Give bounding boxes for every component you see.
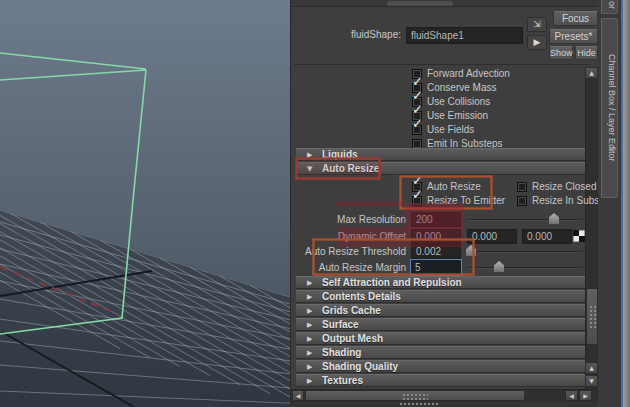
section-label: Output Mesh [322, 333, 383, 344]
margin-slider[interactable] [467, 267, 582, 269]
checkmark-icon: ✓ [412, 105, 423, 115]
texture-map-icon[interactable] [573, 230, 585, 242]
resize-grip-icon [399, 402, 439, 407]
checkmark-icon: ✓ [412, 190, 423, 200]
section-label: Liquids [322, 149, 358, 160]
section-collapsed-icon: ▶ [307, 320, 312, 330]
checkbox-resize-in-substeps[interactable] [517, 196, 527, 206]
horizontal-scrollbar-thumb[interactable] [305, 390, 525, 401]
presets-button[interactable]: Presets* [549, 29, 598, 44]
node-name-input[interactable] [406, 27, 523, 44]
section-contents-details[interactable]: ▶ Contents Details [296, 290, 585, 303]
scroll-up-button-bottom[interactable]: ▲ [585, 362, 598, 374]
field-label: Auto Resize Threshold [301, 245, 406, 259]
dynamic-offset-x-input[interactable] [411, 229, 461, 244]
section-collapsed-icon: ▶ [307, 376, 312, 386]
section-collapsed-icon: ▶ [307, 292, 312, 302]
checkbox-label: Use Emission [427, 109, 488, 123]
checkmark-icon: ✓ [412, 77, 423, 87]
tab-channel-box-layer-editor[interactable]: Channel Box / Layer Editor [601, 18, 618, 198]
attribute-editor-panel: fluidShape: ⇲ ▶ Focus Presets* Show Hide… [290, 0, 598, 407]
auto-resize-threshold-input[interactable] [411, 244, 461, 259]
threshold-slider[interactable] [467, 251, 582, 253]
section-label: Shading Quality [322, 361, 398, 372]
dynamic-offset-y-input[interactable] [467, 229, 517, 244]
checkbox-label: Auto Resize [427, 180, 481, 194]
section-label: Contents Details [322, 291, 401, 302]
checkbox-label: Resize Closed Bo [532, 180, 598, 194]
field-label: Dynamic Offset [316, 230, 406, 244]
section-textures[interactable]: ▶ Textures [296, 374, 585, 387]
focus-button[interactable]: Focus [553, 11, 598, 26]
scroll-left-button-right[interactable]: ◀ [565, 390, 578, 401]
tab-attribute-editor-partial[interactable]: or [601, 0, 618, 14]
node-expand-icon[interactable]: ▶ [527, 35, 547, 50]
checkbox-label: Conserve Mass [427, 81, 496, 95]
section-collapsed-icon: ▶ [307, 306, 312, 316]
scroll-right-button[interactable]: ▶ [579, 390, 592, 401]
section-auto-resize[interactable]: ▼ Auto Resize [296, 162, 585, 175]
checkbox-label: Resize To Emitter [427, 194, 505, 208]
field-label: Auto Resize Margin [301, 261, 406, 275]
section-shading[interactable]: ▶ Shading [296, 346, 585, 359]
section-label: Grids Cache [322, 305, 381, 316]
margin-slider-handle[interactable] [494, 261, 504, 272]
scroll-down-button[interactable]: ▼ [585, 375, 598, 387]
viewport-3d[interactable] [0, 0, 290, 407]
section-collapsed-icon: ▶ [307, 278, 312, 288]
maya-window: fluidShape: ⇲ ▶ Focus Presets* Show Hide… [0, 0, 630, 407]
vertical-scrollbar-thumb[interactable] [586, 288, 598, 345]
section-collapsed-icon: ▶ [307, 150, 312, 160]
max-resolution-slider-handle[interactable] [549, 213, 559, 224]
section-label: Auto Resize [322, 163, 379, 174]
scroll-left-button[interactable]: ◀ [292, 390, 304, 401]
section-shading-quality[interactable]: ▶ Shading Quality [296, 360, 585, 373]
thumb-grip-icon [589, 305, 597, 330]
node-type-label: fluidShape: [311, 28, 401, 42]
section-collapsed-icon: ▶ [307, 348, 312, 358]
viewport-scene [0, 0, 290, 407]
section-self-attraction[interactable]: ▶ Self Attraction and Repulsion [296, 276, 585, 289]
panel-grip[interactable] [291, 0, 599, 7]
section-liquids[interactable]: ▶ Liquids [296, 148, 585, 161]
checkmark-icon: ✓ [412, 119, 423, 129]
max-resolution-input[interactable] [411, 212, 461, 227]
section-label: Surface [322, 319, 359, 330]
dock-tab-strip: or Channel Box / Layer Editor [598, 0, 630, 407]
checkmark-icon: ✓ [412, 176, 423, 186]
checkbox-label: Use Collisions [427, 95, 490, 109]
section-collapsed-icon: ▶ [307, 334, 312, 344]
section-label: Shading [322, 347, 361, 358]
checkbox-label: Use Fields [427, 123, 474, 137]
section-surface[interactable]: ▶ Surface [296, 318, 585, 331]
node-menu-icon[interactable]: ⇲ [527, 17, 547, 32]
field-label: Max Resolution [316, 213, 406, 227]
panel-bottom-strip [291, 402, 599, 407]
section-expanded-icon: ▼ [307, 164, 312, 174]
checkmark-icon: ✓ [412, 91, 423, 101]
scroll-up-button[interactable]: ▲ [585, 67, 598, 79]
header-divider [294, 64, 590, 65]
thumb-grip-icon [402, 393, 428, 400]
threshold-slider-handle[interactable] [466, 245, 476, 256]
grip-handle-icon [387, 1, 453, 6]
section-label: Textures [322, 375, 363, 386]
section-label: Self Attraction and Repulsion [322, 277, 462, 288]
section-grids-cache[interactable]: ▶ Grids Cache [296, 304, 585, 317]
hide-button[interactable]: Hide [575, 46, 598, 60]
checkbox-resize-closed-boundaries[interactable] [517, 182, 527, 192]
show-button[interactable]: Show [549, 46, 573, 60]
dynamic-offset-z-input[interactable] [522, 229, 572, 244]
collapsed-panel-edge[interactable] [623, 0, 630, 407]
auto-resize-margin-input[interactable] [410, 259, 462, 276]
max-resolution-slider[interactable] [467, 219, 582, 221]
checkbox-label: Resize In Substa [532, 194, 598, 208]
section-output-mesh[interactable]: ▶ Output Mesh [296, 332, 585, 345]
checkbox-label: Forward Advection [427, 67, 510, 81]
section-collapsed-icon: ▶ [307, 362, 312, 372]
